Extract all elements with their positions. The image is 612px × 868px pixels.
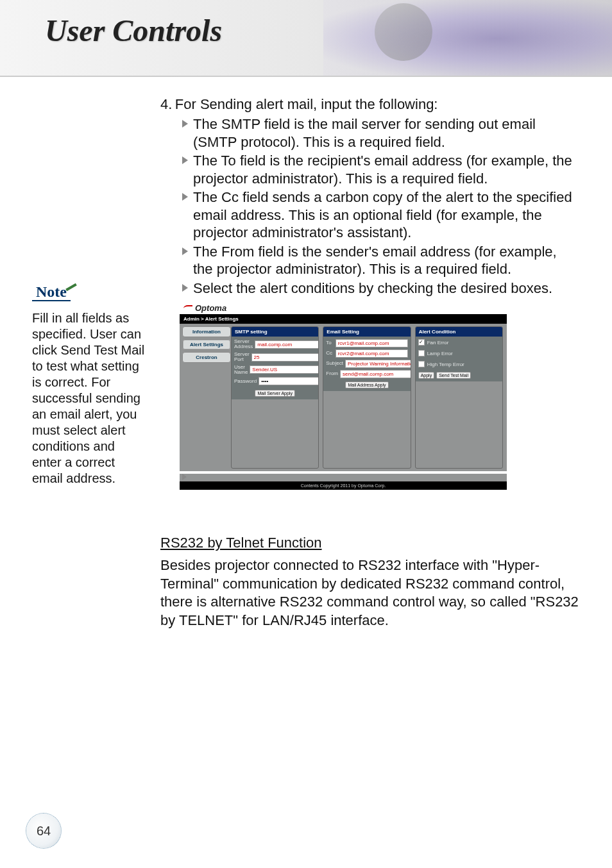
page-header: User Controls (0, 0, 612, 77)
brand-name: Optoma (195, 303, 226, 313)
lamp-error-label: Lamp Error (427, 351, 453, 356)
subject-label: Subject (326, 361, 343, 366)
send-test-mail-button[interactable]: Send Test Mail (436, 372, 471, 379)
cc-input[interactable] (336, 349, 408, 358)
bullet-text: The From field is the sender's email add… (193, 243, 580, 278)
section-body: Besides projector connected to RS232 int… (160, 556, 580, 630)
bullet-text: The To field is the recipient's email ad… (193, 152, 580, 187)
embedded-screenshot: Optoma Admin > Alert Settings Informatio… (180, 302, 507, 490)
globe-icon (375, 3, 432, 61)
page-number: 64 (26, 813, 62, 849)
email-panel: Email Setting To Cc Subject (323, 326, 411, 469)
password-input[interactable] (259, 377, 319, 385)
bullet-list: The SMTP field is the mail server for se… (160, 115, 580, 297)
bullet-text: The SMTP field is the mail server for se… (193, 115, 580, 151)
arrow-right-icon (182, 120, 188, 128)
lamp-error-checkbox[interactable] (418, 350, 425, 356)
page-title: User Controls (45, 13, 222, 48)
subject-input[interactable] (345, 360, 411, 368)
breadcrumb: Admin > Alert Settings (180, 314, 507, 324)
main-column: 4. For Sending alert mail, input the fol… (160, 96, 580, 630)
tab-alert-settings[interactable]: Alert Settings (182, 339, 231, 350)
note-badge: NNoteote (32, 282, 71, 301)
server-address-input[interactable] (255, 340, 319, 349)
arrow-right-icon (182, 156, 188, 164)
mail-address-apply-button[interactable]: Mail Address Apply (345, 381, 388, 388)
temp-error-row: High Temp Error (418, 361, 500, 367)
from-input[interactable] (340, 370, 411, 378)
server-port-input[interactable] (251, 353, 319, 362)
expand-arrow-icon[interactable] (182, 474, 187, 480)
brand-row: Optoma (180, 302, 507, 314)
admin-panels: SMTP setting Server Address Server Port (231, 324, 507, 471)
bullet-item: The To field is the recipient's email ad… (182, 152, 580, 187)
user-name-label: User Name (234, 365, 248, 376)
section-heading: RS232 by Telnet Function (160, 535, 580, 551)
bullet-item: The Cc field sends a carbon copy of the … (182, 188, 580, 242)
temp-error-checkbox[interactable] (418, 361, 425, 367)
bullet-text: Select the alert conditions by checking … (193, 280, 552, 297)
temp-error-label: High Temp Error (427, 362, 464, 367)
panel-header: Email Setting (323, 327, 410, 337)
list-number: 4. (160, 96, 172, 112)
tab-crestron[interactable]: Crestron (182, 352, 231, 363)
ordered-item: 4. For Sending alert mail, input the fol… (160, 96, 580, 113)
alert-panel: Alert Condition Fan Error Lamp Error (415, 326, 503, 469)
fan-error-row: Fan Error (418, 339, 500, 346)
password-label: Password (234, 379, 257, 384)
alert-apply-button[interactable]: Apply (418, 372, 435, 379)
arrow-right-icon (182, 193, 188, 201)
to-input[interactable] (336, 339, 408, 347)
brand-swoosh-icon (183, 305, 192, 312)
bullet-item: The From field is the sender's email add… (182, 243, 580, 278)
note-sidebar: NNoteote Fill in all fields as specified… (32, 282, 148, 487)
arrow-right-icon (182, 247, 188, 255)
user-name-input[interactable] (250, 365, 319, 374)
bullet-item: Select the alert conditions by checking … (182, 280, 580, 297)
smtp-panel: SMTP setting Server Address Server Port (231, 326, 319, 469)
pencil-icon (64, 280, 80, 295)
to-label: To (326, 340, 333, 346)
list-lead: For Sending alert mail, input the follow… (175, 96, 438, 112)
cc-label: Cc (326, 351, 333, 356)
screenshot-footer: Contents Copyright 2011 by Optoma Corp. (180, 481, 507, 490)
panel-header: Alert Condition (416, 327, 502, 337)
server-port-label: Server Port (234, 352, 250, 363)
admin-tabs: Information Alert Settings Crestron (180, 324, 231, 471)
arrow-right-icon (182, 284, 188, 292)
server-address-label: Server Address (234, 339, 253, 350)
fan-error-label: Fan Error (427, 340, 449, 346)
bullet-item: The SMTP field is the mail server for se… (182, 115, 580, 151)
tab-information[interactable]: Information (182, 326, 231, 337)
bullet-text: The Cc field sends a carbon copy of the … (193, 188, 580, 242)
panel-header: SMTP setting (232, 327, 318, 337)
admin-body: Information Alert Settings Crestron SMTP… (180, 324, 507, 471)
fan-error-checkbox[interactable] (418, 339, 425, 346)
lamp-error-row: Lamp Error (418, 350, 500, 356)
note-body: Fill in all fields as specified. User ca… (32, 310, 148, 487)
header-decor (323, 0, 612, 77)
from-label: From (326, 371, 338, 376)
mail-server-apply-button[interactable]: Mail Server Apply (255, 390, 294, 397)
